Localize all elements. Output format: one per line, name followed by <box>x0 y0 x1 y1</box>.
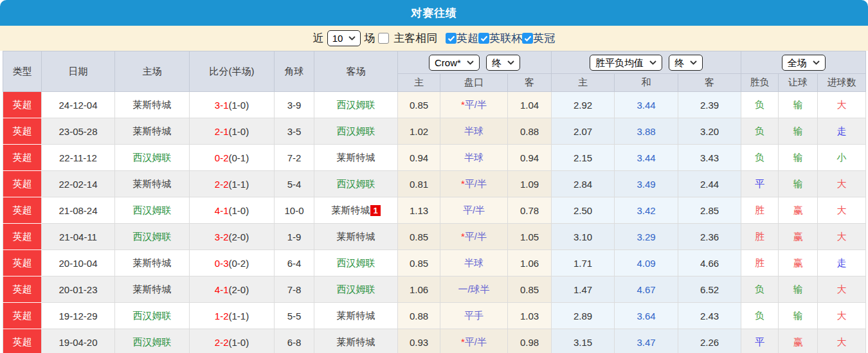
avg-away: 2.85 <box>678 197 741 224</box>
avg-group-header: 胜平负均值 终 <box>552 51 741 74</box>
result-handicap: 输 <box>779 118 818 145</box>
checkbox-checked-icon <box>522 33 533 44</box>
match-date: 19-04-20 <box>42 329 115 353</box>
odds-home: 0.85 <box>398 250 440 276</box>
league-type-badge: 英超 <box>3 224 42 250</box>
col-header-avg-away: 客 <box>678 74 741 92</box>
home-team: 莱斯特城 <box>115 250 190 276</box>
odds-away: 1.04 <box>508 92 552 118</box>
away-team: 莱斯特城 <box>314 329 398 353</box>
chevron-down-icon <box>690 60 697 65</box>
chevron-down-icon <box>467 60 474 65</box>
col-header-winloss: 胜负 <box>741 74 779 92</box>
result-goals: 大 <box>818 329 866 353</box>
away-team: 西汉姆联 <box>314 171 398 197</box>
odds-handicap: 平手 <box>440 303 508 329</box>
avg-draw: 3.44 <box>615 92 678 118</box>
col-header-away: 客场 <box>314 51 398 92</box>
odds-away: 1.09 <box>508 171 552 197</box>
avg-away: 3.20 <box>678 118 741 145</box>
avg-home: 3.10 <box>552 224 615 250</box>
recent-count-select[interactable]: 10 <box>327 30 361 46</box>
result-winloss: 负 <box>741 276 779 303</box>
league-label: 英超 <box>457 31 478 46</box>
odds-handicap: 一/球半 <box>440 276 508 303</box>
avg-draw: 4.09 <box>615 250 678 276</box>
league-checkbox-2[interactable]: 英冠 <box>522 31 555 46</box>
result-handicap: 输 <box>779 303 818 329</box>
home-team: 莱斯特城 <box>115 92 190 118</box>
check-icon <box>524 35 532 42</box>
score: 2-2(1-1) <box>190 171 275 197</box>
table-row: 英超24-12-04莱斯特城3-1(1-0)3-9西汉姆联0.85*平/半1.0… <box>3 92 866 118</box>
match-date: 22-11-12 <box>42 145 115 171</box>
corner-count: 5-4 <box>275 171 314 197</box>
odds-handicap: 平/半 <box>440 197 508 224</box>
chevron-down-icon <box>813 60 820 65</box>
head-to-head-panel: 对赛往绩 近 10 场 主客相同 英超英联杯英冠 类型 日期 主场 比分(半场) <box>0 0 868 353</box>
odds-home: 1.13 <box>398 197 440 224</box>
league-checkbox-1[interactable]: 英联杯 <box>478 31 522 46</box>
same-venue-checkbox[interactable]: 主客相同 <box>378 31 437 46</box>
league-label: 英冠 <box>533 31 555 46</box>
result-winloss: 胜 <box>741 250 779 276</box>
match-date: 19-12-29 <box>42 303 115 329</box>
league-label: 英联杯 <box>489 31 522 46</box>
match-date: 23-05-28 <box>42 118 115 145</box>
score: 2-1(1-0) <box>190 118 275 145</box>
result-winloss: 胜 <box>741 224 779 250</box>
avg-draw: 3.64 <box>615 303 678 329</box>
table-row: 英超20-01-23莱斯特城4-1(2-0)7-8西汉姆联1.06一/球半0.8… <box>3 276 866 303</box>
corner-count: 7-8 <box>275 276 314 303</box>
avg-draw: 3.29 <box>615 224 678 250</box>
avg-away: 2.43 <box>678 303 741 329</box>
result-winloss: 平 <box>741 329 779 353</box>
result-handicap: 输 <box>779 276 818 303</box>
league-checkbox-0[interactable]: 英超 <box>446 31 478 46</box>
bookmaker-select[interactable]: Crow* <box>429 55 480 71</box>
avg-metric-select[interactable]: 胜平负均值 <box>590 55 662 71</box>
table-row: 英超19-12-29西汉姆联1-2(1-1)5-5莱斯特城0.88平手1.032… <box>3 303 866 329</box>
match-date: 20-01-23 <box>42 276 115 303</box>
odds-home: 0.94 <box>398 145 440 171</box>
result-goals: 大 <box>818 92 866 118</box>
corner-count: 1-9 <box>275 224 314 250</box>
match-date: 21-08-24 <box>42 197 115 224</box>
odds-handicap: *平/半 <box>440 92 508 118</box>
odds-state-select[interactable]: 终 <box>486 55 520 71</box>
league-type-badge: 英超 <box>3 303 42 329</box>
result-goals: 走 <box>818 118 866 145</box>
match-date: 21-04-11 <box>42 224 115 250</box>
col-header-avg-home: 主 <box>552 74 615 92</box>
avg-away: 2.44 <box>678 171 741 197</box>
odds-home: 0.85 <box>398 224 440 250</box>
avg-draw: 3.47 <box>615 329 678 353</box>
match-scope-select[interactable]: 全场 <box>782 55 826 71</box>
home-team: 莱斯特城 <box>115 118 190 145</box>
result-goals: 走 <box>818 250 866 276</box>
checkbox-checked-icon <box>446 33 457 44</box>
check-icon <box>480 35 488 42</box>
avg-metric-select-value: 胜平负均值 <box>595 57 644 69</box>
match-date: 24-12-04 <box>42 92 115 118</box>
corner-count: 3-5 <box>275 118 314 145</box>
league-type-badge: 英超 <box>3 250 42 276</box>
score: 3-2(2-0) <box>190 224 275 250</box>
league-type-badge: 英超 <box>3 329 42 353</box>
avg-home: 2.89 <box>552 303 615 329</box>
avg-away: 4.66 <box>678 250 741 276</box>
table-row: 英超20-10-04莱斯特城0-3(0-2)6-4西汉姆联0.85半球1.061… <box>3 250 866 276</box>
result-handicap: 赢 <box>779 329 818 353</box>
avg-state-select[interactable]: 终 <box>669 55 703 71</box>
result-goals: 大 <box>818 276 866 303</box>
table-row: 英超22-02-14莱斯特城2-2(1-1)5-4西汉姆联0.81*平/半1.0… <box>3 171 866 197</box>
odds-home: 0.88 <box>398 303 440 329</box>
avg-away: 3.43 <box>678 145 741 171</box>
league-type-badge: 英超 <box>3 276 42 303</box>
score: 4-1(2-0) <box>190 276 275 303</box>
home-team: 西汉姆联 <box>115 329 190 353</box>
chevron-down-icon <box>507 60 514 65</box>
score: 0-2(0-1) <box>190 145 275 171</box>
league-filters: 英超英联杯英冠 <box>446 31 555 46</box>
home-team: 莱斯特城 <box>115 171 190 197</box>
